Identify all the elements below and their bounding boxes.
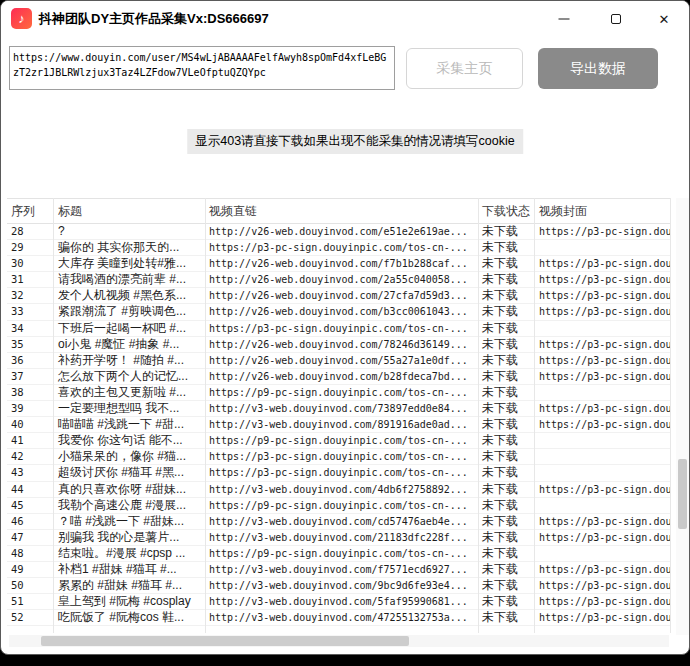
cell-video-link: http://v3-web.douyinvod.com/21183dfc228f… xyxy=(205,530,478,545)
table-row[interactable]: 36 补药开学呀！ #随拍 #... http://v26-web.douyin… xyxy=(7,353,670,369)
cell-download-status: 未下载 xyxy=(478,240,534,255)
cell-video-link: http://v3-web.douyinvod.com/cd57476aeb4e… xyxy=(205,514,478,529)
cell-cover-link: https://p3-pc-sign.douy xyxy=(534,578,670,593)
table-row[interactable]: 28 ? http://v26-web.douyinvod.com/e51e2e… xyxy=(7,224,670,240)
horizontal-scrollbar-thumb[interactable] xyxy=(41,636,409,646)
cell-title: 大库存 美瞳到处转#雅... xyxy=(53,256,205,271)
cell-cover-link: https://p3-pc-sign.douy xyxy=(534,514,670,529)
cell-video-link: https://p3-pc-sign.douyinpic.com/tos-cn-… xyxy=(205,449,478,464)
cell-title: 我爱你 你这句话 能不... xyxy=(53,433,205,448)
cell-video-link: http://v3-web.douyinvod.com/5faf95990681… xyxy=(205,594,478,609)
column-divider xyxy=(205,224,206,633)
profile-url-input[interactable]: https://www.douyin.com/user/MS4wLjABAAAA… xyxy=(9,46,395,90)
cell-cover-link: https://p3-pc-sign.douy xyxy=(534,256,670,271)
table-row[interactable]: 38 喜欢的主包又更新啦 #... https://p9-pc-sign.dou… xyxy=(7,385,670,401)
cell-cover-link xyxy=(534,321,670,336)
collect-homepage-button[interactable]: 采集主页 xyxy=(406,48,523,89)
cell-title: 累累的 #甜妹 #猫耳 #... xyxy=(53,578,205,593)
cell-cover-link xyxy=(534,433,670,448)
cell-video-link: http://v26-web.douyinvod.com/2a55c040058… xyxy=(205,272,478,287)
header-status[interactable]: 下载状态 xyxy=(482,199,530,224)
table-row[interactable]: 35 oi小鬼 #魔怔 #抽象 #... http://v26-web.douy… xyxy=(7,337,670,353)
export-data-button[interactable]: 导出数据 xyxy=(538,48,658,89)
table-row[interactable]: 50 累累的 #甜妹 #猫耳 #... http://v3-web.douyin… xyxy=(7,578,670,594)
table-row[interactable]: 44 真的只喜欢你呀 #甜妹... http://v3-web.douyinvo… xyxy=(7,482,670,498)
table-row[interactable]: 45 我勒个高速公鹿 #漫展... https://p9-pc-sign.dou… xyxy=(7,498,670,514)
cell-cover-link: https://p3-pc-sign.douy xyxy=(534,594,670,609)
cell-seq: 33 xyxy=(7,304,53,319)
minimize-icon xyxy=(559,19,570,20)
cell-download-status: 未下载 xyxy=(478,514,534,529)
title-bar: ♪ 抖神团队DY主页作品采集Vx:DS666697 ✕ xyxy=(1,1,689,37)
cell-download-status: 未下载 xyxy=(478,482,534,497)
cell-cover-link: https://p3-pc-sign.douy xyxy=(534,530,670,545)
column-divider xyxy=(53,198,54,224)
cell-cover-link: https://p3-pc-sign.douy xyxy=(534,272,670,287)
cell-download-status: 未下载 xyxy=(478,401,534,416)
table-row[interactable]: 46 ？喵 #浅跳一下 #甜妹... http://v3-web.douyinv… xyxy=(7,514,670,530)
cell-download-status: 未下载 xyxy=(478,224,534,239)
maximize-button[interactable] xyxy=(596,1,636,37)
header-cover[interactable]: 视频封面 xyxy=(539,199,587,224)
cell-video-link: https://p9-pc-sign.douyinpic.com/tos-cn-… xyxy=(205,433,478,448)
close-icon: ✕ xyxy=(659,13,670,26)
cell-video-link: https://p9-pc-sign.douyinpic.com/tos-cn-… xyxy=(205,498,478,513)
table-row[interactable]: 33 紧跟潮流了 #剪映调色... http://v26-web.douyinv… xyxy=(7,304,670,320)
table-row[interactable]: 42 小猫呆呆的，像你 #猫... https://p3-pc-sign.dou… xyxy=(7,449,670,465)
cell-title: 喜欢的主包又更新啦 #... xyxy=(53,385,205,400)
cell-title: ？喵 #浅跳一下 #甜妹... xyxy=(53,514,205,529)
header-link[interactable]: 视频直链 xyxy=(209,199,257,224)
table-row[interactable]: 51 皇上驾到 #阮梅 #cosplay http://v3-web.douyi… xyxy=(7,594,670,610)
cell-video-link: https://p3-pc-sign.douyinpic.com/tos-cn-… xyxy=(205,321,478,336)
cell-download-status: 未下载 xyxy=(478,562,534,577)
cell-download-status: 未下载 xyxy=(478,288,534,303)
table-row[interactable]: 49 补档1 #甜妹 #猫耳 #... http://v3-web.douyin… xyxy=(7,562,670,578)
table-border xyxy=(670,198,671,633)
cell-video-link: http://v3-web.douyinvod.com/9bc9d6fe93e4… xyxy=(205,578,478,593)
cell-title: 喵喵喵 #浅跳一下 #甜... xyxy=(53,417,205,432)
cell-video-link: http://v26-web.douyinvod.com/55a27a1e0df… xyxy=(205,353,478,368)
douyin-icon: ♪ xyxy=(11,8,32,29)
table-row[interactable]: 43 超级讨厌你 #猫耳 #黑... https://p3-pc-sign.do… xyxy=(7,465,670,481)
cell-title: 骗你的 其实你那天的... xyxy=(53,240,205,255)
cell-video-link: http://v26-web.douyinvod.com/f7b1b288caf… xyxy=(205,256,478,271)
table-row[interactable]: 34 下班后一起喝一杯吧 #... https://p3-pc-sign.dou… xyxy=(7,321,670,337)
close-button[interactable]: ✕ xyxy=(644,1,684,37)
header-title[interactable]: 标题 xyxy=(58,199,82,224)
cell-seq: 50 xyxy=(7,578,53,593)
table-row[interactable]: 39 一定要理想型吗 我不... http://v3-web.douyinvod… xyxy=(7,401,670,417)
cell-cover-link: https://p3-pc-sign.douy xyxy=(534,417,670,432)
cell-cover-link xyxy=(534,449,670,464)
table-row[interactable]: 48 结束啦。#漫展 #cpsp ... https://p9-pc-sign.… xyxy=(7,546,670,562)
vertical-scrollbar[interactable] xyxy=(676,198,689,635)
table-body: 28 ? http://v26-web.douyinvod.com/e51e2e… xyxy=(7,224,670,633)
cell-seq: 34 xyxy=(7,321,53,336)
cell-video-link: http://v26-web.douyinvod.com/e51e2e619ae… xyxy=(205,224,478,239)
table-row[interactable]: 31 请我喝酒的漂亮前辈 #... http://v26-web.douyinv… xyxy=(7,272,670,288)
table-row[interactable]: 47 别骗我 我的心是薯片... http://v3-web.douyinvod… xyxy=(7,530,670,546)
minimize-button[interactable] xyxy=(544,1,584,37)
horizontal-scrollbar[interactable] xyxy=(9,635,669,647)
cell-cover-link: https://p3-pc-sign.douy xyxy=(534,610,670,625)
table-row[interactable]: 37 怎么放下两个人的记忆... http://v26-web.douyinvo… xyxy=(7,369,670,385)
cell-video-link: http://v26-web.douyinvod.com/b28fdeca7bd… xyxy=(205,369,478,384)
cell-download-status: 未下载 xyxy=(478,256,534,271)
vertical-scrollbar-thumb[interactable] xyxy=(678,459,687,529)
cell-download-status: 未下载 xyxy=(478,465,534,480)
table-row[interactable]: 32 发个人机视频 #黑色系... http://v26-web.douyinv… xyxy=(7,288,670,304)
cell-title: oi小鬼 #魔怔 #抽象 #... xyxy=(53,337,205,352)
header-seq[interactable]: 序列 xyxy=(11,199,35,224)
cell-seq: 45 xyxy=(7,498,53,513)
table-row[interactable]: 30 大库存 美瞳到处转#雅... http://v26-web.douyinv… xyxy=(7,256,670,272)
column-divider xyxy=(478,198,479,224)
cell-cover-link: https://p3-pc-sign.douy xyxy=(534,288,670,303)
cell-cover-link xyxy=(534,240,670,255)
cell-title: 紧跟潮流了 #剪映调色... xyxy=(53,304,205,319)
cell-seq: 41 xyxy=(7,433,53,448)
table-row[interactable]: 41 我爱你 你这句话 能不... https://p9-pc-sign.dou… xyxy=(7,433,670,449)
table-row[interactable]: 29 骗你的 其实你那天的... https://p3-pc-sign.douy… xyxy=(7,240,670,256)
cell-seq: 52 xyxy=(7,610,53,625)
table-row[interactable]: 40 喵喵喵 #浅跳一下 #甜... http://v3-web.douyinv… xyxy=(7,417,670,433)
cell-download-status: 未下载 xyxy=(478,272,534,287)
table-row[interactable]: 52 吃阮饭了 #阮梅cos 鞋... http://v3-web.douyin… xyxy=(7,610,670,626)
